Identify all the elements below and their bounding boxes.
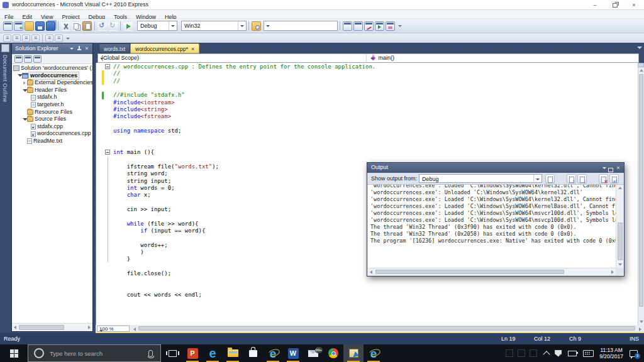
- next-message-icon[interactable]: [577, 174, 587, 184]
- scroll-up-icon[interactable]: [640, 69, 643, 72]
- scroll-down-icon[interactable]: [618, 263, 622, 266]
- undo-icon[interactable]: [97, 21, 107, 31]
- editor-vscrollbar[interactable]: [638, 63, 644, 325]
- taskbar-app-edge[interactable]: [203, 344, 223, 362]
- redo-icon[interactable]: [108, 21, 118, 31]
- toolbar-overflow-icon[interactable]: [65, 34, 70, 43]
- zoom-combo[interactable]: 100 %: [97, 326, 130, 332]
- collapse-icon[interactable]: [22, 88, 27, 93]
- other-windows-icon[interactable]: [386, 21, 395, 31]
- find-input[interactable]: [264, 21, 338, 31]
- paste-icon[interactable]: [82, 21, 92, 31]
- member-dropdown[interactable]: main(): [369, 54, 639, 62]
- scroll-left-icon[interactable]: [370, 270, 372, 274]
- prev-message-icon[interactable]: [567, 174, 576, 184]
- find-message-icon[interactable]: [545, 174, 555, 184]
- output-log[interactable]: 'wordoccurrences.exe': Loaded 'C:\Window…: [368, 185, 616, 268]
- solution-explorer-header[interactable]: Solution Explorer: [12, 43, 92, 54]
- open-folder-icon[interactable]: [25, 21, 34, 31]
- tree-item-wordoccurrences[interactable]: wordoccurrences: [12, 72, 92, 80]
- tree-item-readme-txt[interactable]: ReadMe.txt: [12, 138, 92, 145]
- taskbar-app-internet-explorer-2[interactable]: [364, 344, 384, 362]
- tree-item-header-files[interactable]: Header Files: [12, 87, 92, 94]
- taskbar-app-powerpoint[interactable]: [182, 344, 203, 362]
- window-position-icon[interactable]: [601, 165, 608, 171]
- taskbar-clock[interactable]: 11:13 AM 9/20/2017: [599, 347, 623, 359]
- start-button[interactable]: [0, 344, 28, 362]
- tree-item-stdafx-h[interactable]: stdafx.h: [12, 94, 92, 101]
- copy-icon[interactable]: [72, 21, 81, 31]
- output-vscrollbar[interactable]: [616, 185, 623, 268]
- tree-item-source-files[interactable]: Source Files: [12, 116, 92, 123]
- pin-icon[interactable]: [76, 46, 82, 52]
- output-window-icon[interactable]: [375, 21, 384, 31]
- member-list-icon[interactable]: [3, 35, 11, 42]
- expand-icon[interactable]: [22, 80, 27, 85]
- word-completion-icon[interactable]: [13, 35, 21, 42]
- restore-button[interactable]: [609, 2, 621, 9]
- decrease-indent-icon[interactable]: [45, 35, 53, 42]
- solution-explorer-hscrollbar[interactable]: [12, 323, 92, 331]
- taskbar-app-internet-explorer[interactable]: [263, 344, 283, 362]
- solution-explorer-icon[interactable]: [343, 21, 352, 31]
- tab-close-icon[interactable]: [191, 44, 194, 54]
- output-header[interactable]: Output: [367, 163, 624, 173]
- tab-words-txt[interactable]: words.txt: [99, 43, 130, 53]
- properties-icon[interactable]: [14, 55, 23, 63]
- title-bar[interactable]: wordoccurrences - Microsoft Visual C++ 2…: [0, 0, 644, 10]
- parameter-info-icon[interactable]: [22, 35, 30, 42]
- output-source-combo[interactable]: Debug: [419, 174, 542, 183]
- toolbox-icon[interactable]: [364, 21, 374, 31]
- document-outline-tab[interactable]: Document Outline: [1, 44, 11, 113]
- cut-icon[interactable]: [61, 21, 70, 31]
- save-icon[interactable]: [35, 21, 45, 31]
- fold-collapse-icon[interactable]: [105, 150, 110, 155]
- quick-info-icon[interactable]: [31, 35, 40, 42]
- refresh-icon[interactable]: [33, 55, 42, 63]
- tree-item-wordoccurrences-cpp[interactable]: wordoccurrences.cpp: [12, 130, 92, 138]
- new-project-icon[interactable]: [3, 21, 13, 31]
- taskbar-app-store[interactable]: [243, 344, 263, 362]
- fold-collapse-icon[interactable]: [105, 64, 110, 69]
- add-item-icon[interactable]: [14, 21, 23, 31]
- increase-indent-icon[interactable]: [55, 35, 63, 42]
- scope-dropdown[interactable]: (Global Scope): [98, 54, 367, 62]
- taskbar-app-word[interactable]: [283, 344, 303, 362]
- splitter-handle[interactable]: [638, 63, 644, 67]
- scrollbar-thumb[interactable]: [19, 325, 64, 330]
- scroll-up-icon[interactable]: [618, 187, 622, 189]
- output-hscrollbar[interactable]: [368, 268, 616, 275]
- taskbar-app-task-view[interactable]: [162, 344, 182, 362]
- clear-all-icon[interactable]: [599, 174, 608, 184]
- taskbar-app-visual-studio[interactable]: [343, 344, 364, 362]
- minimize-button[interactable]: [589, 2, 601, 9]
- platform-combo[interactable]: Win32: [181, 21, 247, 31]
- scrollbar-thumb[interactable]: [138, 326, 635, 331]
- scroll-down-icon[interactable]: [640, 321, 643, 323]
- taskbar-search[interactable]: Type here to search: [28, 344, 161, 362]
- tree-item-stdafx-cpp[interactable]: stdafx.cpp: [12, 123, 92, 131]
- tab-list-icon[interactable]: [637, 47, 642, 49]
- scrollbar-thumb[interactable]: [375, 270, 564, 274]
- show-all-files-icon[interactable]: [24, 55, 32, 63]
- tab-wordoccurrences-cpp[interactable]: wordoccurrences.cpp*: [130, 43, 199, 53]
- scroll-right-icon[interactable]: [88, 326, 91, 329]
- save-all-icon[interactable]: [46, 21, 55, 31]
- tree-item-external-dependencies[interactable]: External Dependencies: [12, 79, 92, 87]
- keyboard-icon[interactable]: [583, 350, 594, 357]
- word-wrap-icon[interactable]: [609, 174, 619, 184]
- close-icon[interactable]: [84, 46, 90, 52]
- toolbar-overflow-icon[interactable]: [397, 21, 402, 30]
- start-debugging-icon[interactable]: [123, 21, 133, 31]
- collapse-icon[interactable]: [22, 117, 27, 122]
- action-center-icon[interactable]: 3: [630, 350, 638, 357]
- close-icon[interactable]: [615, 165, 621, 171]
- taskbar-app-file-explorer[interactable]: [223, 344, 243, 362]
- scroll-left-icon[interactable]: [133, 327, 136, 331]
- scrollbar-thumb[interactable]: [639, 74, 643, 307]
- microphone-icon[interactable]: [148, 350, 153, 357]
- scroll-right-icon[interactable]: [611, 270, 614, 274]
- collapse-icon[interactable]: [22, 109, 27, 114]
- find-in-files-icon[interactable]: [252, 21, 261, 31]
- tree-item-resource-files[interactable]: Resource Files: [12, 109, 92, 116]
